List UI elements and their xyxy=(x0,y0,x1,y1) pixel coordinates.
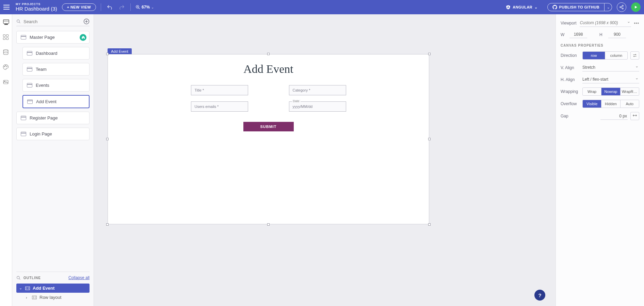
users-emails-field[interactable]: Users emails * xyxy=(191,101,248,112)
svg-point-17 xyxy=(4,66,5,67)
page-label: Login Page xyxy=(30,131,52,136)
field-label: Title * xyxy=(195,88,204,92)
swap-direction-button[interactable] xyxy=(630,51,639,60)
views-icon[interactable] xyxy=(3,19,10,26)
resize-handle[interactable] xyxy=(267,53,270,55)
page-master[interactable]: Master Page xyxy=(16,31,90,44)
wrap-option[interactable]: Wrap xyxy=(583,88,601,95)
search-input[interactable] xyxy=(23,19,81,24)
outline-row-layout[interactable]: › Row layout xyxy=(16,293,90,302)
page-register[interactable]: Register Page xyxy=(16,112,90,124)
resize-handle[interactable] xyxy=(267,223,270,226)
page-label: Master Page xyxy=(30,35,55,40)
canvas[interactable]: Add Event Add Event Title * Category * U… xyxy=(94,14,556,306)
resize-handle[interactable] xyxy=(106,223,109,226)
new-view-button[interactable]: + NEW VIEW xyxy=(62,3,96,11)
layout-icon xyxy=(32,295,37,300)
divider xyxy=(130,3,131,11)
height-input[interactable] xyxy=(608,31,626,38)
project-title-block[interactable]: MY PROJECTS HR Dashboard (3) xyxy=(16,3,57,12)
redo-button[interactable] xyxy=(118,3,126,11)
search-icon xyxy=(16,276,21,280)
theme-icon[interactable] xyxy=(3,64,10,71)
page-add-event[interactable]: Add Event xyxy=(22,95,90,108)
page-login[interactable]: Login Page xyxy=(16,128,90,140)
halign-select[interactable] xyxy=(582,76,639,83)
title-field[interactable]: Title * xyxy=(191,85,248,95)
publish-dropdown[interactable]: ⌄ xyxy=(605,3,612,11)
collapse-all-link[interactable]: Collapse all xyxy=(68,275,90,280)
page-icon xyxy=(27,67,32,71)
tool-rail xyxy=(0,14,12,306)
section-title: CANVAS PROPERTIES xyxy=(561,44,639,47)
assets-icon[interactable] xyxy=(3,79,10,86)
svg-point-22 xyxy=(17,20,20,22)
add-page-button[interactable] xyxy=(83,18,90,25)
gap-input[interactable] xyxy=(600,113,628,120)
resize-handle[interactable] xyxy=(428,223,431,226)
viewport-label: Viewport xyxy=(561,21,577,26)
resize-handle[interactable] xyxy=(106,138,109,140)
outline-root[interactable]: ⌄ Add Event xyxy=(16,284,90,293)
svg-rect-9 xyxy=(3,20,9,23)
overflow-visible[interactable]: Visible xyxy=(583,100,601,108)
resize-handle[interactable] xyxy=(428,138,431,140)
page-label: Events xyxy=(36,83,49,88)
properties-panel: Viewport ••• W H CANVAS PROPERTIES Direc… xyxy=(556,14,644,306)
more-menu[interactable]: ••• xyxy=(634,21,639,26)
plus-circle-icon xyxy=(83,18,90,25)
outline-section: OUTLINE Collapse all ⌄ Add Event › Row l… xyxy=(16,272,90,302)
valign-label: V. Align xyxy=(561,65,580,70)
search-icon xyxy=(16,19,21,24)
overflow-hidden[interactable]: Hidden xyxy=(601,100,620,108)
github-icon xyxy=(552,5,557,10)
nowrap-option[interactable]: Nowrap xyxy=(601,88,620,95)
svg-rect-15 xyxy=(6,38,8,40)
gap-lock-button[interactable] xyxy=(630,112,639,120)
overflow-auto[interactable]: Auto xyxy=(620,100,639,108)
share-button[interactable] xyxy=(617,2,626,12)
svg-point-27 xyxy=(17,276,20,279)
help-button[interactable]: ? xyxy=(534,290,545,301)
category-field[interactable]: Category * xyxy=(289,85,346,95)
page-dashboard[interactable]: Dashboard xyxy=(22,47,90,60)
svg-point-18 xyxy=(5,65,6,66)
resize-handle[interactable] xyxy=(428,53,431,55)
publish-button[interactable]: PUBLISH TO GITHUB xyxy=(547,3,605,11)
submit-button[interactable]: SUBMIT xyxy=(243,122,294,131)
undo-button[interactable] xyxy=(106,3,113,11)
search-row xyxy=(16,18,90,26)
height-label: H xyxy=(599,32,606,37)
direction-row[interactable]: row xyxy=(583,52,605,59)
framework-label: ANGULAR xyxy=(513,5,532,9)
wraprev-option[interactable]: WrapRe... xyxy=(620,88,639,95)
viewport-select[interactable] xyxy=(580,19,631,27)
framework-dropdown[interactable]: ANGULAR ⌄ xyxy=(501,3,542,11)
resize-handle[interactable] xyxy=(106,53,109,55)
date-field[interactable]: Date yyyy/MM/dd xyxy=(289,101,346,112)
page-events[interactable]: Events xyxy=(22,79,90,92)
data-icon[interactable] xyxy=(3,49,10,56)
divider xyxy=(101,3,101,11)
home-icon xyxy=(81,35,85,39)
zoom-dropdown[interactable]: 67% ⌄ xyxy=(135,5,154,10)
angular-icon xyxy=(506,5,511,10)
page-icon xyxy=(21,116,26,120)
components-icon[interactable] xyxy=(3,34,10,41)
page-team[interactable]: Team xyxy=(22,63,90,76)
page-label: Team xyxy=(36,67,47,72)
gap-label: Gap xyxy=(561,114,580,118)
menu-button[interactable] xyxy=(3,5,10,10)
svg-rect-11 xyxy=(4,24,8,25)
valign-select[interactable] xyxy=(582,64,639,71)
preview-button[interactable] xyxy=(631,2,641,12)
design-surface[interactable]: Add Event Title * Category * Users email… xyxy=(108,54,429,224)
wrapping-label: Wrapping xyxy=(561,89,580,94)
field-label: Category * xyxy=(293,88,310,92)
direction-column[interactable]: column xyxy=(605,52,627,59)
breadcrumb: MY PROJECTS xyxy=(16,3,57,6)
page-icon xyxy=(21,35,26,39)
width-input[interactable] xyxy=(569,31,587,38)
field-placeholder: yyyy/MM/dd xyxy=(293,104,313,109)
direction-toggle: row column xyxy=(582,51,628,60)
